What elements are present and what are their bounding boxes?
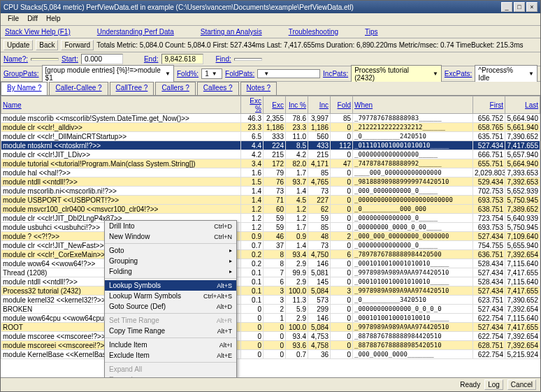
cell-last[interactable]: 7,392.653 — [505, 177, 540, 187]
cell-excp[interactable]: 0.1 — [241, 277, 264, 286]
cell-inc[interactable]: 5,084 — [308, 286, 331, 296]
link-startanalysis[interactable]: Starting an Analysis — [201, 28, 262, 36]
end-input[interactable]: 9,842.618 — [161, 54, 203, 64]
table-row[interactable]: module ntoskrnl <<ntoskrnl!?>>4.42248.54… — [1, 141, 540, 150]
cell-when[interactable]: _9978989A989A9AA974420510 — [353, 268, 473, 277]
cell-name[interactable]: module hal <<hal!?>> — [1, 168, 241, 177]
cell-excp[interactable]: 0 — [241, 314, 264, 323]
cell-excp[interactable]: 3.4 — [241, 159, 264, 168]
cell-incp[interactable]: 1.2 — [286, 214, 308, 223]
cell-last[interactable]: 7,109.640 — [505, 232, 540, 241]
cell-fold[interactable]: 0 — [331, 205, 353, 214]
menu-help[interactable]: Help — [42, 15, 65, 24]
cell-incp[interactable]: 0.7 — [286, 350, 308, 359]
cell-exc[interactable]: 224 — [264, 141, 286, 150]
cell-first[interactable]: 528.434 — [473, 259, 505, 268]
cell-exc[interactable]: 172 — [264, 159, 286, 168]
menu-diff[interactable]: Diff — [23, 15, 42, 24]
cell-fold[interactable]: 0 — [331, 177, 353, 187]
cell-incp[interactable]: 8.5 — [286, 141, 308, 150]
cell-fold[interactable]: 0 — [331, 268, 353, 277]
table-row[interactable]: module KernelBase <<KernelBase!?>>000.73… — [1, 350, 540, 359]
cell-exc[interactable]: 71 — [264, 196, 286, 205]
cell-fold[interactable]: 0 — [331, 123, 353, 132]
cell-last[interactable]: 7,392.654 — [505, 332, 540, 341]
cell-inc[interactable]: 1,186 — [308, 123, 331, 132]
link-stackview[interactable]: Stack View Help (F1) — [5, 28, 71, 36]
cell-inc[interactable]: 36 — [308, 350, 331, 359]
cell-fold[interactable]: 0 — [331, 296, 353, 305]
cell-name[interactable]: module clr <<clr!_DllMainCRTStartup>> — [1, 132, 241, 141]
maximize-button[interactable]: □ — [514, 2, 525, 12]
cell-last[interactable]: 5,640.939 — [505, 214, 540, 223]
cell-last[interactable]: 7,392.654 — [505, 341, 540, 350]
table-row[interactable]: module mscorlib.ni<<mscorlib.ni!?>>1.473… — [1, 187, 540, 196]
close-button[interactable]: × — [526, 2, 538, 12]
cell-fold[interactable]: 47 — [331, 159, 353, 168]
cell-exc[interactable]: 7 — [264, 268, 286, 277]
cell-exc[interactable]: 60 — [264, 205, 286, 214]
cell-fold[interactable]: 0 — [331, 132, 353, 141]
cell-excp[interactable]: 1.2 — [241, 223, 264, 232]
cell-last[interactable]: 7,417.655 — [505, 323, 540, 332]
cell-fold[interactable]: 0 — [331, 305, 353, 314]
cell-first[interactable]: 655.751 — [473, 159, 505, 168]
cell-first[interactable]: 528.434 — [473, 277, 505, 286]
table-row[interactable]: module usbuhci <<usbuhci!?>>1.2591.7850_… — [1, 223, 540, 232]
table-row[interactable]: Thread (1208)0.1799.95,0810_9978989A989A… — [1, 268, 540, 277]
table-row[interactable]: module wow64cpu <<wow64cpu!?>>012.91460_… — [1, 314, 540, 323]
cell-first[interactable]: 527.434 — [473, 141, 505, 150]
tab-notes[interactable]: Notes ? — [240, 82, 277, 95]
cell-inc[interactable]: 146 — [308, 314, 331, 323]
cell-last[interactable]: 7,392.654 — [505, 305, 540, 314]
cell-exc[interactable]: 76 — [264, 177, 286, 187]
cell-excp[interactable]: 1.6 — [241, 168, 264, 177]
cell-exc[interactable]: 59 — [264, 223, 286, 232]
table-row[interactable]: module clr <<clr!_CorExeMain>>0.2893.44,… — [1, 250, 540, 259]
cell-inc[interactable]: 4,765 — [308, 177, 331, 187]
cell-fold[interactable]: 0 — [331, 350, 353, 359]
cell-inc[interactable]: 573 — [308, 296, 331, 305]
cell-exc[interactable]: 0 — [264, 332, 286, 341]
link-tips[interactable]: Tips — [365, 28, 378, 36]
forward-button[interactable]: Forward — [61, 40, 94, 50]
cell-when[interactable]: _000_0000000000_0_____ — [353, 187, 473, 196]
foldpct-combo[interactable]: 1▼ — [201, 68, 222, 79]
cell-incp[interactable]: 1.4 — [286, 241, 308, 250]
cell-last[interactable]: 5,661.940 — [505, 123, 540, 132]
ctx-drillinto[interactable]: Drill IntoCtrl+D — [105, 221, 236, 231]
cell-when[interactable]: _0001010010001010010_____ — [353, 277, 473, 286]
cell-first[interactable]: 623.751 — [473, 296, 505, 305]
cell-when[interactable]: _0001010010001010010_____ — [353, 259, 473, 268]
cell-incp[interactable]: 11.3 — [286, 296, 308, 305]
cell-inc[interactable]: 85 — [308, 223, 331, 232]
cell-first[interactable]: 628.751 — [473, 341, 505, 350]
cell-last[interactable]: 7,392.654 — [505, 250, 540, 259]
minimize-button[interactable]: _ — [501, 2, 512, 12]
incpats-combo[interactable]: Process% tutorial (2432)▼ — [351, 65, 442, 83]
menu-file[interactable]: File — [3, 15, 23, 24]
table-row[interactable]: module hal <<hal!?>>1.6791.7850____000_0… — [1, 168, 540, 177]
cell-incp[interactable]: 11.0 — [286, 132, 308, 141]
ctx-grouping[interactable]: Grouping▸ — [105, 256, 236, 266]
cell-first[interactable]: 527.434 — [473, 268, 505, 277]
cancel-button[interactable]: Cancel — [507, 379, 536, 390]
ctx-copy-time[interactable]: Copy Time RangeAlt+T — [105, 326, 236, 336]
cell-name[interactable]: module ntdll <<ntdll!?>> — [1, 177, 241, 187]
cell-excp[interactable]: 1.5 — [241, 177, 264, 187]
cell-when[interactable]: _21222122222232212______ — [353, 123, 473, 132]
cell-inc[interactable]: 73 — [308, 241, 331, 250]
cell-excp[interactable]: 0.1 — [241, 296, 264, 305]
cell-when[interactable]: _00000000000000_0_____ — [353, 214, 473, 223]
tab-callercallee[interactable]: Caller-Callee ? — [49, 82, 108, 95]
cell-when[interactable]: _9978989A989A9AA974420510 — [353, 323, 473, 332]
cell-fold[interactable]: 2 — [331, 232, 353, 241]
col-inc[interactable]: Inc — [308, 96, 331, 114]
cell-excp[interactable]: 23.3 — [241, 123, 264, 132]
table-row[interactable]: module clr <<clr!_alldiv>>23.31,18623.31… — [1, 123, 540, 132]
cell-last[interactable]: 7,115.640 — [505, 259, 540, 268]
table-row[interactable]: module clr <<clr!_DllMainCRTStartup>>6.5… — [1, 132, 540, 141]
tab-callers[interactable]: Callers ? — [155, 82, 195, 95]
table-row[interactable]: module wow64 <<wow64!?>>0.282.91460_0001… — [1, 259, 540, 268]
cell-incp[interactable]: 4.5 — [286, 196, 308, 205]
